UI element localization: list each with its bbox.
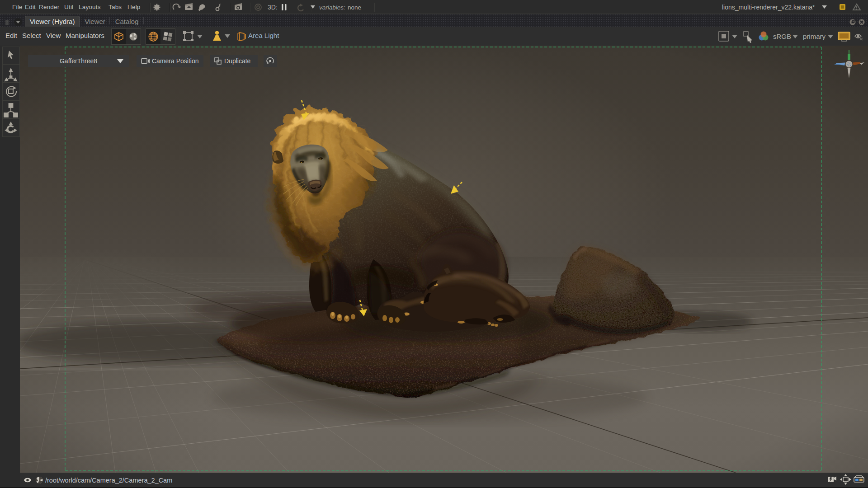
svg-text:lions_multi-renderer_v22.katan: lions_multi-renderer_v22.katana*	[722, 4, 815, 11]
svg-text:primary: primary	[803, 33, 826, 40]
svg-text:3D:: 3D:	[268, 4, 278, 11]
svg-text:/root/world/cam/Camera_2/Camer: /root/world/cam/Camera_2/Camera_2_Cam	[45, 477, 172, 484]
svg-text:variables:: variables:	[319, 4, 345, 11]
svg-text:sRGB: sRGB	[773, 33, 791, 40]
svg-text:none: none	[348, 4, 361, 11]
